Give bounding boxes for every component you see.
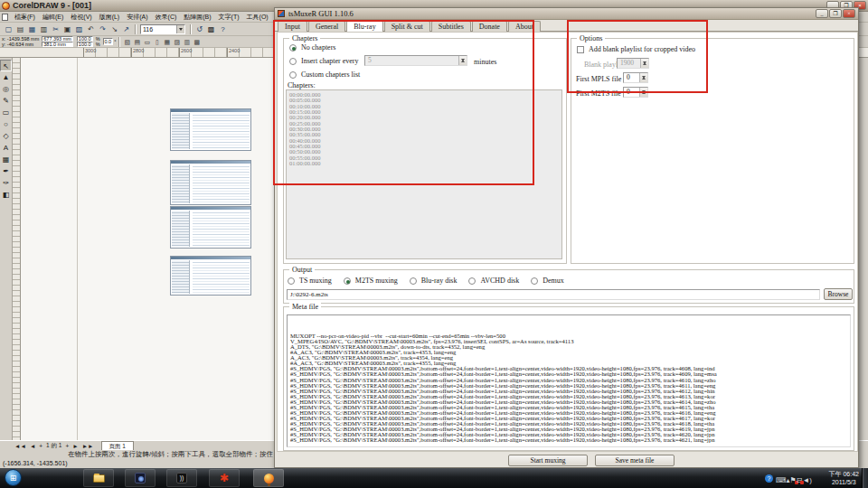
- rotation-angle-value[interactable]: 0.0: [103, 38, 114, 45]
- export-icon[interactable]: ↗: [120, 23, 132, 34]
- save-meta-file-button[interactable]: Save meta file: [595, 455, 675, 466]
- pick-tool[interactable]: ↖: [0, 60, 12, 71]
- previous-page-button[interactable]: ◄: [28, 443, 37, 449]
- last-page-button[interactable]: ►►: [80, 443, 96, 449]
- zoom-tool[interactable]: ◎: [0, 83, 12, 95]
- eyedropper-tool[interactable]: ✒: [0, 165, 12, 177]
- graph-paper-icon[interactable]: ▩: [205, 23, 217, 34]
- minimize-button[interactable]: _: [816, 9, 828, 18]
- output-mode-radio[interactable]: M2TS muxing: [344, 275, 398, 286]
- taskbar-app-corel-capture[interactable]: ✱: [209, 469, 240, 487]
- propbar-icon[interactable]: ▥: [182, 37, 192, 47]
- first-mpls-spinner[interactable]: 0: [623, 72, 648, 83]
- tab[interactable]: Subtitles: [431, 21, 471, 32]
- freehand-tool[interactable]: ✎: [0, 95, 12, 107]
- blank-playlist-checkbox[interactable]: Add blank playlist for cropped video: [577, 42, 695, 56]
- undo-icon[interactable]: ↶: [85, 23, 97, 34]
- menu-item[interactable]: 檔案(F): [11, 14, 39, 20]
- pasted-screenshot-thumbnail[interactable]: [170, 206, 251, 249]
- taskbar-app-media-player[interactable]: [125, 469, 156, 487]
- volume-icon[interactable]: ◄): [802, 476, 812, 484]
- taskbar-app-audio[interactable]: )): [166, 469, 197, 487]
- maximize-button[interactable]: ❐: [829, 9, 842, 18]
- tab[interactable]: Input: [278, 21, 307, 32]
- pasted-screenshot-thumbnail[interactable]: [170, 256, 251, 296]
- meta-file-textarea[interactable]: MUXOPT --no-pcr-on-video-pid --vbr --cut…: [287, 314, 851, 447]
- menu-item[interactable]: 版面(L): [96, 14, 124, 20]
- chevron-down-icon[interactable]: [176, 25, 184, 33]
- shape-tool[interactable]: ▲: [0, 71, 12, 83]
- tab[interactable]: Donate: [472, 21, 507, 32]
- spinner-arrows-icon[interactable]: [639, 73, 647, 82]
- print-icon[interactable]: ▥: [38, 23, 50, 34]
- spinner-arrows-icon[interactable]: [640, 59, 648, 68]
- first-m2ts-spinner[interactable]: 0: [623, 87, 648, 98]
- help-icon[interactable]: ?: [765, 474, 773, 483]
- add-page-button[interactable]: +: [37, 443, 44, 449]
- browse-button[interactable]: Browse: [824, 288, 853, 300]
- help-pointer-icon[interactable]: ?: [217, 23, 229, 34]
- tab[interactable]: General: [308, 21, 345, 32]
- close-button[interactable]: ×: [843, 9, 855, 18]
- open-icon[interactable]: ▤: [14, 23, 26, 34]
- y-position-value[interactable]: -40.634 mm: [7, 42, 33, 47]
- action-center-flag-icon[interactable]: ⚑: [790, 476, 797, 484]
- propbar-icon[interactable]: ▨: [172, 37, 182, 47]
- refresh-icon[interactable]: ↺: [193, 23, 205, 34]
- output-mode-radio[interactable]: Demux: [531, 275, 564, 286]
- propbar-icon[interactable]: ▧: [122, 37, 132, 47]
- start-button[interactable]: ⊞: [5, 469, 22, 486]
- output-file-path-field[interactable]: J:\0292-6.m2ts: [287, 289, 820, 300]
- menu-item[interactable]: 文字(T): [215, 14, 243, 20]
- next-page-button[interactable]: ►: [71, 443, 80, 449]
- propbar-icon[interactable]: ▭: [142, 37, 152, 47]
- tsmuxer-titlebar[interactable]: tsMuxeR GUI 1.10.6 _ ❐ ×: [275, 8, 858, 20]
- taskbar-clock[interactable]: 下午 06:42 2011/5/3: [829, 470, 859, 486]
- menu-item[interactable]: 工具(O): [243, 14, 272, 20]
- text-tool[interactable]: A: [0, 142, 12, 154]
- rectangle-tool[interactable]: ▭: [0, 107, 12, 118]
- chevron-up-icon[interactable]: ▴: [787, 476, 790, 484]
- propbar-icon[interactable]: ▦: [162, 37, 172, 47]
- chapter-interval-spinner[interactable]: 5: [364, 55, 467, 66]
- menu-item[interactable]: 安排(A): [123, 14, 151, 20]
- chapters-list[interactable]: 00:00:00.00000:05:00.00000:10:00.00000:1…: [286, 89, 562, 259]
- fill-tool[interactable]: ◧: [0, 189, 12, 201]
- propbar-icon[interactable]: ▯: [152, 37, 162, 47]
- outline-tool[interactable]: ✑: [0, 177, 12, 189]
- add-page-button[interactable]: +: [63, 443, 71, 449]
- pasted-screenshot-thumbnail[interactable]: [170, 108, 251, 151]
- blank-playlist-spinner[interactable]: 1900: [617, 58, 649, 69]
- chapters-radio-option[interactable]: Custom chapters list: [289, 68, 360, 81]
- ellipse-tool[interactable]: ○: [0, 118, 12, 130]
- page-tab[interactable]: 頁面 1: [101, 441, 134, 450]
- copy-icon[interactable]: ▣: [61, 23, 73, 34]
- spinner-arrows-icon[interactable]: [639, 88, 647, 97]
- polygon-tool[interactable]: ◇: [0, 130, 12, 142]
- cut-icon[interactable]: ✂: [50, 23, 61, 34]
- import-icon[interactable]: ↘: [108, 23, 120, 34]
- output-mode-radio[interactable]: TS muxing: [288, 275, 332, 286]
- propbar-icon[interactable]: ▤: [132, 37, 142, 47]
- tab[interactable]: About: [508, 21, 541, 32]
- spinner-arrows-icon[interactable]: [458, 56, 467, 65]
- scale-y-value[interactable]: 100.0: [77, 42, 93, 47]
- menu-item[interactable]: 點陣圖(B): [180, 14, 214, 20]
- keyboard-icon[interactable]: ⌨: [776, 476, 787, 484]
- tab[interactable]: Split & cut: [384, 21, 430, 32]
- new-icon[interactable]: ▢: [3, 23, 14, 34]
- zoom-level-combo[interactable]: 116: [140, 24, 185, 34]
- show-desktop-button[interactable]: [862, 468, 868, 488]
- paste-icon[interactable]: ▨: [73, 23, 85, 34]
- interactive-fill-tool[interactable]: ▦: [0, 154, 12, 165]
- menu-item[interactable]: 編輯(E): [39, 14, 67, 20]
- first-page-button[interactable]: ◄◄: [13, 443, 28, 449]
- taskbar-app-explorer[interactable]: [83, 469, 114, 487]
- propbar-icon[interactable]: ▩: [192, 37, 202, 47]
- chapters-radio-option[interactable]: No chapters: [289, 41, 360, 54]
- output-mode-radio[interactable]: AVCHD disk: [468, 275, 519, 286]
- menu-item[interactable]: 效果(C): [152, 14, 181, 20]
- taskbar-app-coreldraw[interactable]: [253, 469, 284, 487]
- chapters-radio-option[interactable]: Insert chapter every: [289, 54, 360, 68]
- save-icon[interactable]: ▦: [26, 23, 38, 34]
